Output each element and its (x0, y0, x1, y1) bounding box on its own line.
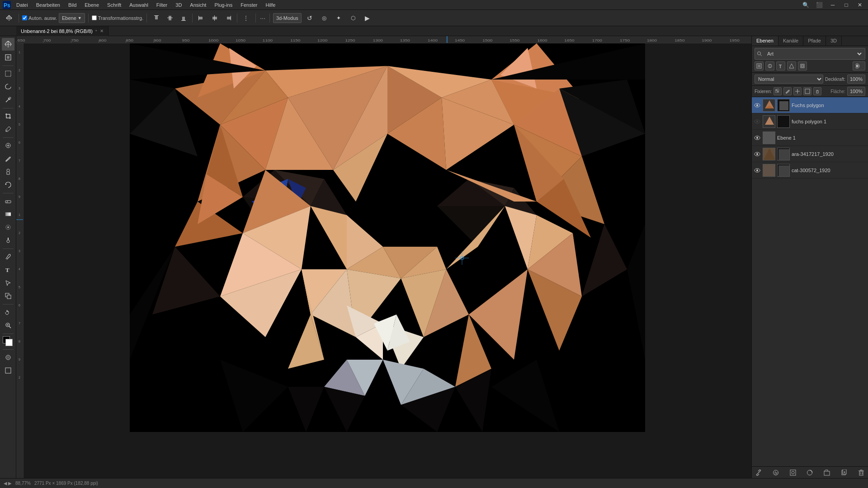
brush-tool[interactable] (2, 152, 14, 165)
eyedropper-tool[interactable] (2, 123, 14, 136)
history-brush[interactable] (2, 178, 14, 191)
light-btn[interactable]: ✦ (332, 12, 345, 24)
ebene-dropdown[interactable]: Ebene ▼ (59, 13, 85, 23)
menu-filter[interactable]: Filter (153, 1, 171, 9)
menu-datei[interactable]: Datei (13, 1, 32, 9)
menu-bearbeiten[interactable]: Bearbeiten (33, 1, 64, 9)
search-btn[interactable]: 🔍 (799, 0, 812, 11)
healing-brush[interactable] (2, 139, 14, 152)
artboard-tool[interactable] (2, 51, 14, 64)
filter-shape[interactable] (787, 61, 796, 70)
status-prev[interactable]: ◀ (4, 481, 7, 486)
menu-hilfe[interactable]: Hilfe (262, 1, 279, 9)
layer-visibility-1[interactable] (754, 102, 761, 109)
capture-btn[interactable]: ◎ (318, 12, 330, 24)
blend-mode-dropdown[interactable]: Normal (755, 75, 823, 84)
menu-plugins[interactable]: Plug-ins (211, 1, 236, 9)
layer-item[interactable]: cat-300572_1920 (752, 162, 868, 178)
color-swatch[interactable] (2, 335, 14, 348)
align-right[interactable] (222, 12, 235, 24)
filter-pixel[interactable] (755, 61, 764, 70)
add-mask-btn[interactable] (788, 468, 798, 478)
menu-ansicht[interactable]: Ansicht (186, 1, 210, 9)
align-hcenter[interactable] (208, 12, 221, 24)
type-tool[interactable]: T (2, 263, 14, 276)
add-style-btn[interactable]: fx (771, 468, 781, 478)
add-layer-btn[interactable] (839, 468, 849, 478)
status-next[interactable]: ▶ (8, 481, 12, 486)
move-tool-options[interactable] (3, 12, 15, 24)
menu-3d[interactable]: 3D (172, 1, 185, 9)
filter-smartobject[interactable] (798, 61, 807, 70)
align-left[interactable] (195, 12, 208, 24)
align-bottom[interactable] (177, 12, 190, 24)
canvas-area[interactable]: 650 700 750 800 850 900 950 1000 1050 11… (16, 36, 751, 478)
crop-tool[interactable] (2, 110, 14, 122)
menu-bild[interactable]: Bild (65, 1, 80, 9)
fix-transparent[interactable] (774, 87, 782, 95)
transform-check[interactable] (92, 15, 97, 20)
layer-item[interactable]: Fuchs polygon (752, 97, 868, 113)
fix-position[interactable] (793, 87, 802, 95)
screen-mode[interactable] (2, 364, 14, 377)
menu-fenster[interactable]: Fenster (237, 1, 261, 9)
tab-3d[interactable]: 3D (826, 36, 842, 46)
move-tool[interactable] (2, 38, 14, 51)
delete-layer-btn[interactable] (856, 468, 866, 478)
layer-item[interactable]: Ebene 1 (752, 130, 868, 146)
quick-mask[interactable] (2, 351, 14, 364)
3d-mode-btn[interactable]: 3d-Modus (273, 13, 302, 23)
menu-ebene[interactable]: Ebene (81, 1, 103, 9)
clone-stamp[interactable] (2, 165, 14, 178)
eraser-tool[interactable] (2, 195, 14, 207)
layer-item[interactable]: ara-3417217_1920 (752, 146, 868, 162)
align-top[interactable] (150, 12, 163, 24)
auto-select-checkbox[interactable]: Auton. ausw. (22, 15, 57, 21)
magic-wand-tool[interactable] (2, 94, 14, 106)
tab-close-btn[interactable]: ✕ (100, 28, 104, 33)
fill-input[interactable] (847, 87, 865, 96)
fix-artboard[interactable] (803, 87, 811, 95)
add-adjustment-btn[interactable] (805, 468, 815, 478)
camera-btn[interactable]: ⬡ (347, 12, 359, 24)
marquee-tool[interactable] (2, 67, 14, 80)
add-group-btn[interactable] (822, 468, 832, 478)
layer-item[interactable]: fuchs polygon 1 (752, 113, 868, 130)
video-btn[interactable]: ▶ (361, 12, 374, 24)
canvas-view[interactable] (24, 43, 751, 478)
path-select-tool[interactable] (2, 277, 14, 289)
shape-tool[interactable] (2, 290, 14, 302)
window-minimize[interactable]: ─ (826, 0, 839, 11)
layer-visibility-3[interactable] (754, 134, 761, 141)
fix-all[interactable] (813, 87, 821, 95)
layer-search[interactable]: Art (755, 48, 865, 60)
layer-visibility-2[interactable] (754, 118, 761, 125)
align-vcenter[interactable] (164, 12, 176, 24)
pen-tool[interactable] (2, 250, 14, 263)
auto-select-check[interactable] (22, 15, 27, 20)
tab-kanale[interactable]: Kanäle (778, 36, 803, 46)
zoom-tool[interactable] (2, 319, 14, 332)
layer-filter-dropdown[interactable]: Art (764, 49, 863, 58)
transform-checkbox[interactable]: Transformationsstrg. (92, 15, 143, 21)
filter-toggle[interactable] (853, 61, 865, 70)
more-options[interactable]: ··· (259, 14, 266, 23)
filter-adjustment[interactable] (765, 61, 774, 70)
dodge-tool[interactable] (2, 234, 14, 247)
rotate-btn[interactable]: ↺ (303, 12, 316, 24)
layer-visibility-4[interactable] (754, 150, 761, 158)
tab-ebenen[interactable]: Ebenen (752, 36, 778, 46)
blur-tool[interactable] (2, 221, 14, 234)
window-maximize[interactable]: □ (840, 0, 853, 11)
gradient-tool[interactable] (2, 208, 14, 221)
window-close[interactable]: ✕ (854, 0, 866, 11)
distribute[interactable]: ⋮ (240, 12, 252, 24)
filter-type[interactable]: T (776, 61, 785, 70)
opacity-input[interactable] (847, 75, 865, 84)
layer-visibility-5[interactable] (754, 167, 761, 174)
fix-paint[interactable] (783, 87, 792, 95)
menu-schrift[interactable]: Schrift (104, 1, 125, 9)
active-tab[interactable]: Unbenannt-2 bei 88,8% (RGB/8) * ✕ (16, 26, 108, 36)
tab-pfade[interactable]: Pfade (803, 36, 826, 46)
workspace-btn[interactable]: ⬛ (813, 0, 826, 11)
